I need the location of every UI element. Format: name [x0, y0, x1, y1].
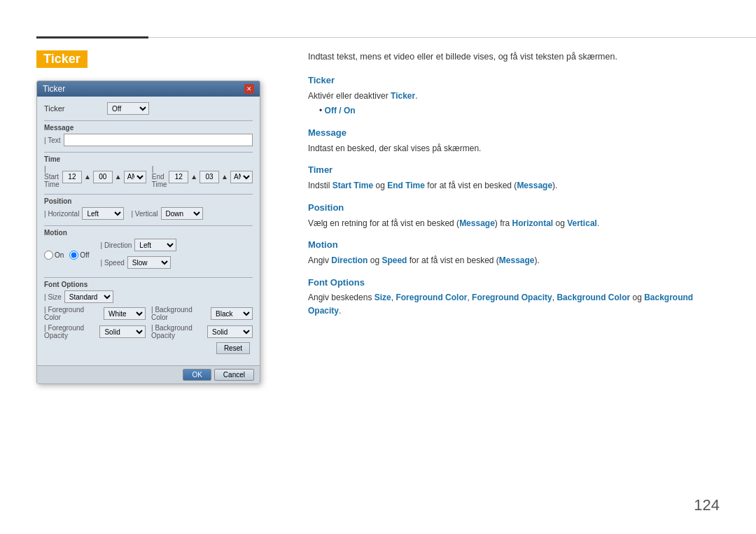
motion-off-radio[interactable]: Off	[69, 251, 89, 260]
ok-button[interactable]: OK	[183, 369, 211, 381]
fg-color-label: | Foreground Color	[44, 306, 101, 321]
intro-text: Indtast tekst, mens et video eller et bi…	[308, 50, 720, 64]
ticker-row: Ticker Off On	[44, 102, 253, 115]
section-body-ticker: Aktivér eller deaktiver Ticker.	[308, 90, 720, 103]
motion-on-label: On	[55, 251, 64, 259]
dialog-body: Ticker Off On Message | Text T	[37, 97, 260, 365]
end-time-bold: End Time	[387, 181, 425, 190]
speed-row: | Speed Slow Medium Fast	[101, 256, 177, 269]
position-section: Position | Horizontal Left Right | Verti…	[44, 197, 253, 220]
bullet-off-on: • Off / On	[319, 104, 720, 118]
direction-bold: Direction	[331, 255, 368, 265]
section-heading-motion: Motion	[308, 238, 720, 253]
bg-opacity-row: | Background Opacity Solid Transparent	[151, 324, 253, 339]
size-bold: Size	[374, 293, 391, 302]
divider-2	[44, 152, 253, 153]
message-text-label: | Text	[44, 136, 61, 144]
section-body-timer: Indstil Start Time og End Time for at få…	[308, 179, 720, 192]
start-min-input[interactable]	[93, 171, 113, 183]
direction-label: | Direction	[101, 241, 132, 249]
end-time-label: | End Time	[152, 165, 166, 188]
section-heading-font-options: Font Options	[308, 276, 720, 290]
ticker-badge: Ticker	[36, 50, 88, 68]
bg-color-select[interactable]: Black White	[211, 307, 253, 320]
fg-opacity-select[interactable]: Solid Transparent	[99, 325, 146, 338]
section-body-position: Vælg en retning for at få vist en besked…	[308, 217, 720, 230]
time-section-label: Time	[44, 155, 253, 163]
motion-row: On Off | Direction Left Right	[44, 239, 253, 272]
fg-color-bold: Foreground Color	[396, 293, 467, 302]
start-ampm-select[interactable]: AM PM	[124, 171, 146, 183]
bg-color-row: | Background Color Black White	[151, 306, 253, 321]
motion-on-radio[interactable]: On	[44, 251, 64, 260]
end-hour-input[interactable]	[169, 171, 188, 183]
section-heading-message: Message	[308, 126, 720, 141]
fg-opacity-row: | Foreground Opacity Solid Transparent	[44, 324, 146, 339]
motion-section: Motion On Off | Direc	[44, 229, 253, 272]
bg-opacity-label: | Background Opacity	[151, 324, 204, 339]
fg-color-col: | Foreground Color White Black | Foregro…	[44, 306, 146, 342]
bg-color-bold: Background Color	[556, 293, 630, 302]
time-sep-2: ▲	[114, 173, 122, 181]
end-ampm-select[interactable]: AM PM	[230, 171, 253, 183]
end-min-input[interactable]	[200, 171, 219, 183]
fg-color-row: | Foreground Color White Black	[44, 306, 146, 321]
direction-select[interactable]: Left Right	[134, 239, 176, 251]
motion-on-input[interactable]	[44, 251, 53, 260]
speed-select[interactable]: Slow Medium Fast	[127, 256, 171, 269]
time-sep-3: ▲	[190, 173, 198, 181]
motion-off-label: Off	[80, 251, 89, 259]
dialog-close-button[interactable]: ✕	[244, 84, 254, 94]
section-heading-position: Position	[308, 201, 720, 216]
font-options-section: Font Options | Size Standard Large | For…	[44, 281, 253, 354]
horizontal-label: | Horizontal	[44, 210, 79, 218]
vertical-label: | Vertical	[131, 210, 158, 218]
divider-4	[44, 225, 253, 226]
time-sep-1: ▲	[83, 173, 92, 181]
section-heading-timer: Timer	[308, 163, 720, 178]
horizontal-bold: Horizontal	[512, 218, 554, 228]
dialog-titlebar: Ticker ✕	[37, 81, 260, 97]
section-heading-ticker: Ticker	[308, 73, 720, 88]
message-row: | Text	[44, 134, 253, 146]
divider-3	[44, 194, 253, 195]
top-line-light	[148, 37, 756, 38]
divider-1	[44, 120, 253, 121]
divider-5	[44, 277, 253, 278]
size-select[interactable]: Standard Large	[64, 290, 113, 303]
section-body-font-options: Angiv beskedens Size, Foreground Color, …	[308, 291, 720, 317]
message-section-label: Message	[44, 124, 253, 132]
horizontal-select[interactable]: Left Right	[82, 207, 124, 220]
fg-opacity-bold: Foreground Opacity	[472, 293, 552, 302]
message-bold-timer: Message	[517, 181, 552, 190]
direction-row: | Direction Left Right	[101, 239, 177, 251]
size-row: | Size Standard Large	[44, 290, 253, 303]
off-on-text: Off / On	[325, 106, 356, 115]
message-bold-motion: Message	[499, 255, 535, 265]
bg-opacity-select[interactable]: Solid Transparent	[207, 325, 253, 338]
dialog-title: Ticker	[43, 84, 65, 94]
dialog-footer: OK Cancel	[37, 365, 260, 384]
left-column: Ticker Ticker ✕ Ticker Off On Message	[36, 50, 288, 384]
fg-color-select[interactable]: White Black	[104, 307, 146, 320]
section-body-motion: Angiv Direction og Speed for at få vist …	[308, 254, 720, 267]
page-number: 124	[694, 496, 720, 514]
bg-color-label: | Background Color	[151, 306, 208, 321]
cancel-button[interactable]: Cancel	[214, 369, 254, 381]
message-input[interactable]	[64, 134, 253, 146]
time-row: | Start Time ▲ ▲ AM PM | End Time	[44, 165, 253, 188]
reset-button[interactable]: Reset	[216, 342, 250, 354]
motion-section-label: Motion	[44, 229, 253, 237]
vertical-select[interactable]: Down Up	[161, 207, 203, 220]
ticker-select[interactable]: Off On	[107, 102, 149, 115]
motion-off-input[interactable]	[69, 251, 78, 260]
start-time-inputs: ▲ ▲ AM PM	[62, 171, 146, 183]
end-time-inputs: ▲ ▲ AM PM	[169, 171, 253, 183]
start-hour-input[interactable]	[62, 171, 82, 183]
time-section: Time | Start Time ▲ ▲ AM PM | End Time	[44, 155, 253, 188]
size-label: | Size	[44, 293, 62, 301]
position-row: | Horizontal Left Right | Vertical Down …	[44, 207, 253, 220]
section-body-message: Indtast en besked, der skal vises på skæ…	[308, 142, 720, 155]
fg-opacity-label: | Foreground Opacity	[44, 324, 97, 339]
speed-label: | Speed	[101, 259, 125, 267]
